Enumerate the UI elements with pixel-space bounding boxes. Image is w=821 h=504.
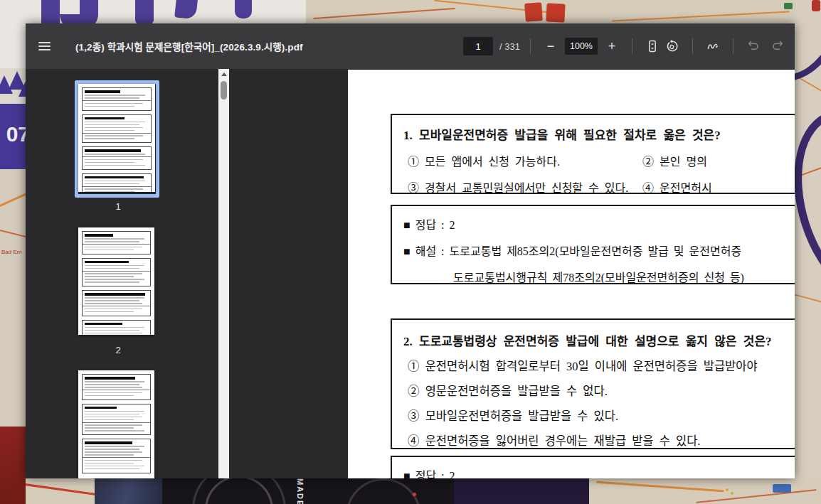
thumb-question-block [82, 374, 151, 400]
pdf-toolbar: (1,2종) 학과시험 문제은행[한국어]_(2026.3.9.시행).pdf … [26, 23, 795, 69]
thumbnail-page-1[interactable] [75, 80, 159, 198]
thumb-text-line [85, 427, 134, 429]
page-number-input[interactable] [463, 37, 493, 55]
page-count-label: / 331 [499, 41, 520, 52]
thumb-text-line [85, 297, 144, 299]
thumb-title-bar [85, 323, 122, 326]
bg-map-building [524, 2, 543, 22]
bg-blue-label [773, 484, 791, 493]
thumb-text-line [85, 451, 142, 453]
answer-2-value: ■ 정답 : 2 [403, 466, 795, 478]
answer-1-explanation-2: 도로교통법시행규칙 제78조의2(모바일운전면허증의 신청 등) [453, 268, 795, 285]
toolbar-divider [733, 38, 733, 54]
undo-button[interactable] [743, 36, 763, 56]
bg-stamp-07: 07 [0, 104, 26, 169]
thumb-question-block [82, 146, 152, 170]
question-1-title: 1. 모바일운전면허증 발급을 위해 필요한 절차로 옳은 것은? [403, 125, 795, 143]
thumb-text-line [85, 419, 134, 421]
thumb-text-line [85, 250, 134, 251]
question-2-option-1: ① 운전면허시험 합격일로부터 30일 이내에 운전면허증을 발급받아야 [408, 357, 795, 374]
thumb-title-bar [85, 234, 113, 237]
thumb-text-line [85, 162, 134, 163]
bg-camera: MADE [162, 478, 454, 504]
question-1-options-row-2: ③ 경찰서 교통민원실에서만 신청할 수 있다. ④ 운전면허시 [408, 178, 795, 195]
thumb-text-line [85, 381, 144, 382]
toolbar-divider [632, 38, 632, 54]
bg-stamp-number: 07 [6, 122, 26, 146]
thumb-text-line [85, 159, 143, 161]
bg-photo-top-map [306, 0, 797, 23]
redo-icon [770, 39, 785, 53]
thumbnail-page-2[interactable] [78, 227, 154, 335]
thumb-question-block [82, 404, 151, 436]
scrollbar-thumb[interactable] [221, 81, 227, 100]
question-1-box: 1. 모바일운전면허증 발급을 위해 필요한 절차로 옳은 것은? ① 모든 앱… [391, 114, 795, 194]
bg-tree [18, 78, 26, 97]
draw-annotate-button[interactable] [703, 36, 723, 56]
thumbnail-label-1: 1 [26, 201, 211, 212]
thumbnail-page-3[interactable] [78, 370, 154, 478]
question-2-box: 2. 도로교통법령상 운전면허증 발급에 대한 설명으로 옳지 않은 것은? ①… [391, 318, 795, 449]
bg-map-sign-green [784, 3, 793, 9]
bg-denim [95, 478, 162, 504]
scrollbar-up-arrow[interactable] [218, 69, 229, 80]
thumb-text-line [85, 135, 143, 136]
thumbnail-page-3-preview [78, 370, 154, 478]
sidebar-scrollbar[interactable] [218, 69, 229, 478]
pdf-viewer-window: (1,2종) 학과시험 문제은행[한국어]_(2026.3.9.시행).pdf … [26, 23, 795, 478]
fit-to-page-button[interactable] [642, 36, 662, 56]
thumb-question-block [82, 231, 151, 254]
thumb-text-line [85, 127, 143, 129]
hamburger-bar [38, 45, 51, 47]
bg-letter-shape [135, 0, 154, 24]
thumb-text-line [85, 454, 134, 456]
thumb-text-line [85, 97, 139, 99]
toolbar-divider [692, 38, 693, 54]
pdf-main-area[interactable]: 1. 모바일운전면허증 발급을 위해 필요한 절차로 옳은 것은? ① 모든 앱… [229, 69, 795, 478]
zoom-in-button[interactable]: + [602, 36, 622, 56]
thumbnail-page-1-preview [78, 84, 155, 192]
thumb-text-line [85, 268, 139, 269]
thumb-text-line [85, 468, 139, 470]
fit-to-page-icon [645, 39, 660, 53]
rotate-button[interactable] [662, 36, 682, 56]
thumb-divider [83, 457, 150, 458]
thumb-text-line [85, 392, 142, 394]
thumb-text-line [85, 300, 139, 301]
thumb-text-line [85, 130, 134, 132]
thumb-text-line [85, 238, 144, 240]
question-1-option-3: ③ 경찰서 교통민원실에서만 신청할 수 있다. [408, 178, 642, 195]
zoom-level-value[interactable]: 100% [565, 38, 598, 55]
menu-hamburger-icon[interactable] [34, 36, 58, 56]
answer-2-box: ■ 정답 : 2 [391, 456, 795, 478]
question-1-option-4: ④ 운전면허시 [642, 178, 712, 195]
hamburger-bar [38, 42, 51, 43]
thumb-divider [83, 156, 151, 157]
thumb-title-bar [85, 293, 145, 296]
thumb-question-block [82, 320, 151, 336]
thumb-question-block [82, 439, 151, 473]
rotate-ccw-icon [665, 39, 679, 53]
redo-button[interactable] [768, 36, 788, 56]
bg-left-red [0, 427, 26, 504]
up-triangle-icon [221, 73, 227, 76]
thumb-text-line [85, 303, 142, 304]
thumb-title-bar [85, 261, 129, 264]
thumb-text-line [85, 95, 145, 96]
thumb-text-line [85, 241, 139, 242]
thumb-title-bar [85, 407, 117, 409]
viewer-body: 1 2 1. 모바일운전면허증 발급을 위해 필요한 절차로 옳은 것은? ① … [26, 69, 795, 478]
bg-yellow-dot [731, 492, 733, 495]
answer-1-explanation-1: ■ 해설 : 도로교통법 제85조의2(모바일운전면허증 발급 및 운전면허증 [403, 242, 795, 259]
zoom-out-button[interactable]: − [541, 36, 561, 56]
thumb-question-block [82, 114, 152, 144]
bg-letter-shape [174, 0, 200, 19]
thumb-divider [83, 244, 150, 245]
question-1-option-2: ② 본인 명의 [642, 152, 707, 169]
thumb-title-bar [85, 117, 125, 120]
bg-yellow-dot [726, 488, 729, 491]
question-2-option-4: ④ 운전면허증을 잃어버린 경우에는 재발급 받을 수 있다. [408, 431, 795, 449]
thumb-title-bar [85, 176, 144, 179]
thumb-text-line [85, 122, 145, 123]
thumb-text-line [85, 311, 134, 313]
